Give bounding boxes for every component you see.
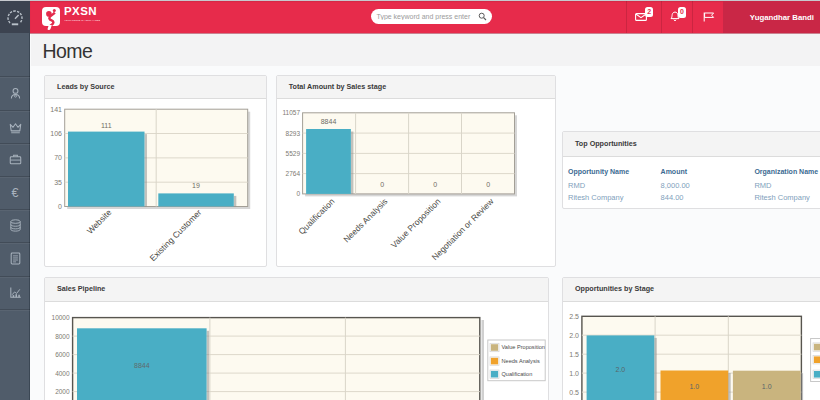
svg-text:1.5: 1.5 [569, 350, 579, 357]
svg-text:1.0: 1.0 [689, 383, 699, 390]
svg-text:0: 0 [58, 203, 62, 210]
svg-text:111: 111 [101, 122, 112, 129]
svg-text:0: 0 [486, 181, 490, 188]
svg-text:1.0: 1.0 [762, 383, 772, 390]
svg-text:35: 35 [54, 179, 62, 186]
svg-text:141: 141 [50, 106, 62, 113]
svg-text:70: 70 [54, 155, 62, 162]
svg-text:4000: 4000 [55, 369, 70, 376]
svg-text:0: 0 [296, 191, 300, 198]
svg-text:1.0: 1.0 [569, 369, 579, 376]
svg-text:8000: 8000 [55, 332, 70, 339]
svg-text:11057: 11057 [282, 110, 300, 117]
svg-text:5529: 5529 [285, 150, 300, 157]
svg-text:Qualification: Qualification [502, 371, 533, 377]
svg-text:Qualification: Qualification [296, 196, 336, 236]
svg-text:106: 106 [50, 130, 62, 137]
svg-text:Value Proposition: Value Proposition [388, 196, 442, 250]
svg-text:0: 0 [380, 181, 384, 188]
svg-text:19: 19 [192, 182, 200, 189]
svg-text:6000: 6000 [55, 351, 70, 358]
svg-text:2764: 2764 [285, 170, 300, 177]
svg-text:0.5: 0.5 [569, 388, 579, 395]
svg-text:2000: 2000 [55, 388, 70, 395]
svg-text:2.5: 2.5 [569, 312, 579, 319]
svg-text:8844: 8844 [320, 118, 336, 125]
svg-text:Needs Analysis: Needs Analysis [341, 197, 389, 245]
svg-text:2.0: 2.0 [616, 366, 626, 373]
svg-text:0: 0 [433, 181, 437, 188]
svg-text:10000: 10000 [52, 314, 70, 321]
svg-text:Website: Website [85, 207, 114, 236]
svg-text:Needs Analysis: Needs Analysis [502, 357, 540, 363]
svg-text:8293: 8293 [285, 130, 300, 137]
svg-text:Value Proposition: Value Proposition [502, 344, 545, 350]
svg-text:8844: 8844 [134, 362, 150, 369]
svg-text:Existing Customer: Existing Customer [148, 208, 204, 264]
svg-text:2.0: 2.0 [569, 331, 579, 338]
